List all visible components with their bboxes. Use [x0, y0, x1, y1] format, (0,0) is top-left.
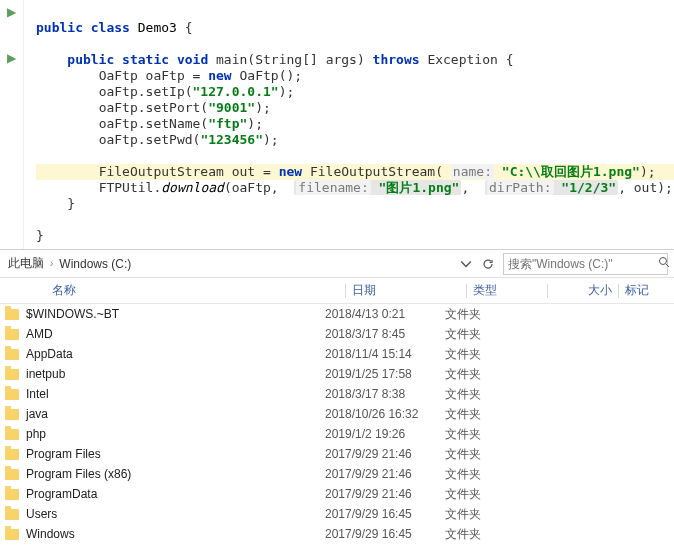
file-type: 文件夹 — [445, 486, 525, 503]
search-input[interactable] — [508, 257, 658, 271]
folder-icon — [5, 469, 19, 480]
file-type: 文件夹 — [445, 446, 525, 463]
file-row[interactable]: AppData2018/11/4 15:14文件夹 — [0, 344, 674, 364]
file-date: 2017/9/29 21:46 — [325, 447, 445, 461]
run-gutter-icon[interactable]: ▶ — [0, 4, 23, 20]
file-date: 2019/1/25 17:58 — [325, 367, 445, 381]
file-name: $WINDOWS.~BT — [24, 307, 325, 321]
run-gutter-icon[interactable]: ▶ — [0, 50, 23, 66]
file-date: 2018/11/4 15:14 — [325, 347, 445, 361]
file-name: java — [24, 407, 325, 421]
file-row[interactable]: Program Files2017/9/29 21:46文件夹 — [0, 444, 674, 464]
file-date: 2017/9/29 21:46 — [325, 487, 445, 501]
file-row[interactable]: Intel2018/3/17 8:38文件夹 — [0, 384, 674, 404]
file-type: 文件夹 — [445, 466, 525, 483]
search-icon — [658, 256, 670, 271]
folder-icon — [5, 509, 19, 520]
file-row[interactable]: Program Files (x86)2017/9/29 21:46文件夹 — [0, 464, 674, 484]
folder-icon — [5, 349, 19, 360]
file-name: php — [24, 427, 325, 441]
file-row[interactable]: Users2017/9/29 16:45文件夹 — [0, 504, 674, 524]
file-type: 文件夹 — [445, 326, 525, 343]
file-name: Program Files (x86) — [24, 467, 325, 481]
file-type: 文件夹 — [445, 426, 525, 443]
folder-icon — [5, 389, 19, 400]
file-name: Users — [24, 507, 325, 521]
header-name[interactable]: 名称 — [20, 282, 345, 299]
file-type: 文件夹 — [445, 506, 525, 523]
file-date: 2018/4/13 0:21 — [325, 307, 445, 321]
file-name: ProgramData — [24, 487, 325, 501]
file-date: 2017/9/29 21:46 — [325, 467, 445, 481]
file-type: 文件夹 — [445, 346, 525, 363]
file-name: inetpub — [24, 367, 325, 381]
file-date: 2017/9/29 16:45 — [325, 527, 445, 541]
file-type: 文件夹 — [445, 306, 525, 323]
file-list: $WINDOWS.~BT2018/4/13 0:21文件夹AMD2018/3/1… — [0, 304, 674, 545]
crumb[interactable]: Windows (C:) — [59, 257, 131, 271]
folder-icon — [5, 409, 19, 420]
chevron-right-icon: › — [50, 258, 53, 269]
breadcrumb[interactable]: 此电脑 › Windows (C:) — [0, 255, 455, 272]
file-row[interactable]: $WINDOWS.~BT2018/4/13 0:21文件夹 — [0, 304, 674, 324]
refresh-icon — [482, 258, 494, 270]
folder-icon — [5, 329, 19, 340]
file-name: Program Files — [24, 447, 325, 461]
header-date[interactable]: 日期 — [346, 282, 466, 299]
file-row[interactable]: Windows2017/9/29 16:45文件夹 — [0, 524, 674, 544]
file-name: Windows — [24, 527, 325, 541]
file-date: 2018/3/17 8:45 — [325, 327, 445, 341]
file-name: AMD — [24, 327, 325, 341]
folder-icon — [5, 449, 19, 460]
folder-icon — [5, 369, 19, 380]
file-type: 文件夹 — [445, 366, 525, 383]
explorer-pathbar: 此电脑 › Windows (C:) — [0, 250, 674, 278]
file-row[interactable]: AMD2018/3/17 8:45文件夹 — [0, 324, 674, 344]
code-area[interactable]: public class Demo3 { public static void … — [24, 0, 674, 249]
file-row[interactable]: java2018/10/26 16:32文件夹 — [0, 404, 674, 424]
folder-icon — [5, 429, 19, 440]
file-date: 2018/3/17 8:38 — [325, 387, 445, 401]
file-type: 文件夹 — [445, 526, 525, 543]
gutter: ▶ ▶ — [0, 0, 24, 249]
file-type: 文件夹 — [445, 386, 525, 403]
file-name: AppData — [24, 347, 325, 361]
file-name: Intel — [24, 387, 325, 401]
dropdown-button[interactable] — [455, 254, 477, 274]
folder-icon — [5, 309, 19, 320]
file-date: 2017/9/29 16:45 — [325, 507, 445, 521]
refresh-button[interactable] — [477, 254, 499, 274]
header-type[interactable]: 类型 — [467, 282, 547, 299]
file-row[interactable]: php2019/1/2 19:26文件夹 — [0, 424, 674, 444]
chevron-down-icon — [460, 258, 472, 270]
file-row[interactable]: inetpub2019/1/25 17:58文件夹 — [0, 364, 674, 384]
header-size[interactable]: 大小 — [548, 282, 618, 299]
folder-icon — [5, 489, 19, 500]
column-headers: 名称 日期 类型 大小 标记 — [0, 278, 674, 304]
svg-point-0 — [660, 258, 667, 265]
svg-line-1 — [666, 264, 669, 267]
search-box[interactable] — [503, 253, 668, 275]
folder-icon — [5, 529, 19, 540]
crumb[interactable]: 此电脑 — [8, 255, 44, 272]
file-date: 2019/1/2 19:26 — [325, 427, 445, 441]
file-date: 2018/10/26 16:32 — [325, 407, 445, 421]
code-editor: ▶ ▶ public class Demo3 { public static v… — [0, 0, 674, 250]
file-type: 文件夹 — [445, 406, 525, 423]
header-tag[interactable]: 标记 — [619, 282, 674, 299]
file-row[interactable]: ProgramData2017/9/29 21:46文件夹 — [0, 484, 674, 504]
